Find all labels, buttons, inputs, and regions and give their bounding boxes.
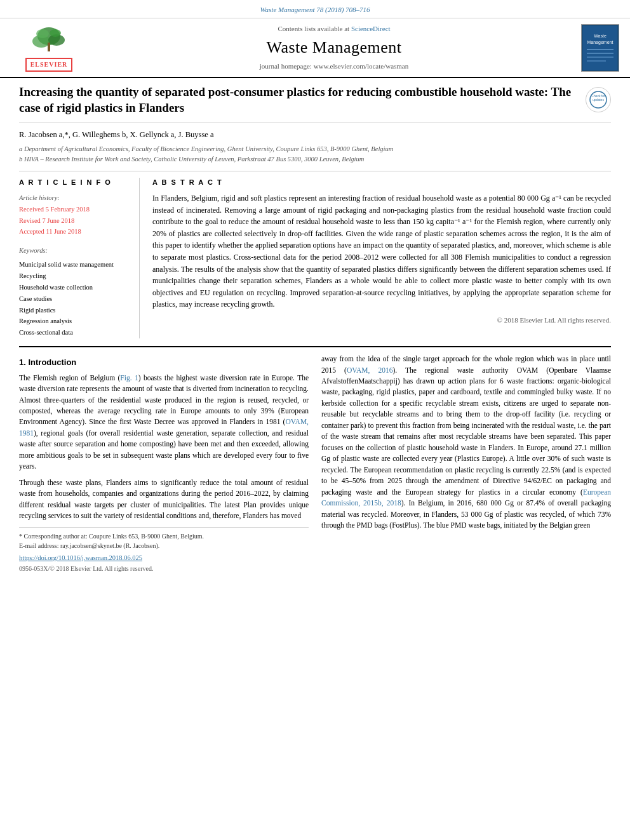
- authors-text: R. Jacobsen a,*, G. Willeghems b, X. Gel…: [19, 130, 214, 139]
- svg-rect-7: [583, 26, 617, 70]
- keyword-5: Rigid plastics: [19, 305, 130, 316]
- email-note: E-mail address: ray.jacobsen@skynet.be (…: [19, 541, 309, 550]
- header-section: ELSEVIER Contents lists available at Sci…: [0, 18, 630, 78]
- elsevier-wordmark: ELSEVIER: [25, 58, 73, 72]
- journal-ref: Waste Management 78 (2018) 708–716: [260, 6, 370, 13]
- journal-homepage: journal homepage: www.elsevier.com/locat…: [97, 62, 572, 71]
- fig1-link[interactable]: Fig. 1: [120, 374, 138, 382]
- journal-banner: Waste Management 78 (2018) 708–716: [0, 0, 630, 18]
- header-center: Contents lists available at ScienceDirec…: [90, 24, 578, 72]
- svg-text:updates: updates: [593, 98, 604, 102]
- article-info-heading: A R T I C L E I N F O: [19, 178, 130, 187]
- affiliation-a: a Department of Agricultural Economics, …: [19, 144, 611, 154]
- svg-point-4: [36, 29, 49, 38]
- section-name: Introduction: [28, 357, 76, 367]
- ovam2016-link[interactable]: OVAM, 2016: [347, 366, 393, 374]
- authors-line: R. Jacobsen a,*, G. Willeghems b, X. Gel…: [19, 130, 611, 141]
- abstract-heading: A B S T R A C T: [152, 178, 611, 187]
- history-label: Article history:: [19, 192, 130, 204]
- article-info-column: A R T I C L E I N F O Article history: R…: [19, 178, 140, 339]
- sciencedirect-prefix: Contents lists available at: [278, 25, 351, 32]
- section-1-title: 1. Introduction: [19, 356, 309, 369]
- header-right: Waste Management: [578, 24, 622, 72]
- keywords-label: Keywords:: [19, 245, 130, 257]
- keyword-3: Household waste collection: [19, 282, 130, 293]
- body-section: 1. Introduction The Flemish region of Be…: [19, 354, 611, 573]
- svg-rect-11: [587, 53, 613, 54]
- article-title-section: Increasing the quantity of separated pos…: [19, 84, 611, 123]
- ovam1981-link[interactable]: OVAM, 1981: [19, 418, 309, 436]
- elsevier-logo-plant: [23, 23, 74, 55]
- affiliations: a Department of Agricultural Economics, …: [19, 144, 611, 164]
- body-col-right: away from the idea of the single target …: [321, 354, 611, 573]
- intro-para-right-1: away from the idea of the single target …: [321, 354, 611, 531]
- issn-line: 0956-053X/© 2018 Elsevier Ltd. All right…: [19, 564, 309, 573]
- journal-cover-image: Waste Management: [581, 24, 619, 72]
- corresponding-author-note: * Corresponding author at: Coupure Links…: [19, 531, 309, 541]
- svg-rect-13: [587, 60, 606, 62]
- section-number: 1.: [19, 357, 28, 367]
- article-history: Article history: Received 5 February 201…: [19, 192, 130, 237]
- keywords-section: Keywords: Municipal solid waste manageme…: [19, 245, 130, 338]
- received-date: Received 5 February 2018: [19, 204, 130, 215]
- journal-title-main: Waste Management: [97, 36, 572, 59]
- keyword-1: Municipal solid waste management: [19, 259, 130, 270]
- svg-rect-10: [587, 49, 613, 50]
- article-content: Increasing the quantity of separated pos…: [0, 78, 630, 580]
- svg-rect-12: [587, 57, 613, 58]
- keyword-4: Case studies: [19, 293, 130, 305]
- keyword-7: Cross-sectional data: [19, 327, 130, 338]
- sciencedirect-link[interactable]: ScienceDirect: [351, 25, 391, 32]
- abstract-column: A B S T R A C T In Flanders, Belgium, ri…: [152, 178, 611, 339]
- sciencedirect-line: Contents lists available at ScienceDirec…: [97, 24, 572, 34]
- abstract-text: In Flanders, Belgium, rigid and soft pla…: [152, 192, 611, 310]
- svg-point-5: [50, 29, 61, 37]
- keyword-6: Regression analysis: [19, 316, 130, 327]
- accepted-date: Accepted 11 June 2018: [19, 226, 130, 237]
- header-left: ELSEVIER: [8, 23, 90, 72]
- affiliation-b: b HIVA – Research Institute for Work and…: [19, 154, 611, 164]
- copyright-line: © 2018 Elsevier Ltd. All rights reserved…: [152, 316, 611, 325]
- intro-para-2: Through these waste plans, Flanders aims…: [19, 477, 309, 522]
- revised-date: Revised 7 June 2018: [19, 215, 130, 227]
- divider-thick: [19, 346, 611, 347]
- doi-link[interactable]: https://doi.org/10.1016/j.wasman.2018.06…: [19, 553, 309, 563]
- eu-commission-link[interactable]: European Commission, 2015b, 2018: [321, 488, 611, 507]
- intro-para-1: The Flemish region of Belgium (Fig. 1) b…: [19, 373, 309, 472]
- body-col-left: 1. Introduction The Flemish region of Be…: [19, 354, 309, 573]
- svg-rect-3: [48, 43, 50, 51]
- keyword-2: Recycling: [19, 270, 130, 282]
- svg-text:Management: Management: [587, 40, 613, 45]
- svg-text:Waste: Waste: [594, 34, 607, 38]
- check-for-updates-badge: Check for updates: [586, 87, 611, 112]
- article-title: Increasing the quantity of separated pos…: [19, 84, 586, 116]
- page-wrapper: Waste Management 78 (2018) 708–716 ELSEV…: [0, 0, 630, 580]
- footnote-section: * Corresponding author at: Coupure Links…: [19, 527, 309, 574]
- article-info-abstract-section: A R T I C L E I N F O Article history: R…: [19, 171, 611, 339]
